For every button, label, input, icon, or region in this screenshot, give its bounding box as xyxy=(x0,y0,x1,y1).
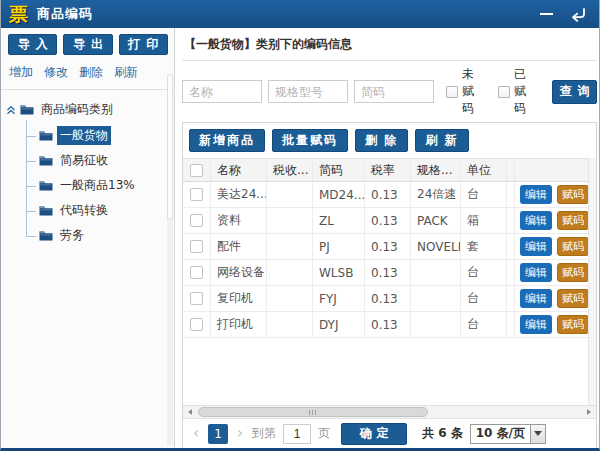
chevron-down-icon[interactable] xyxy=(530,425,545,443)
row-checkbox[interactable] xyxy=(190,318,203,331)
unassigned-checkbox[interactable] xyxy=(446,86,458,98)
tree-item-code-convert[interactable]: 代码转换 xyxy=(26,198,170,223)
assign-code-button[interactable]: 赋码 xyxy=(557,263,589,282)
next-page-icon[interactable]: › xyxy=(235,426,245,441)
app-logo-icon: 票 xyxy=(9,5,28,24)
tree-scrollbar[interactable] xyxy=(167,74,173,445)
edit-button[interactable]: 编辑 xyxy=(520,315,552,334)
tree-item-general-13[interactable]: 一般商品13% xyxy=(26,173,170,198)
tree-item-labor[interactable]: 劳务 xyxy=(26,223,170,248)
column-header: 简码 xyxy=(313,159,365,181)
export-button[interactable]: 导出 xyxy=(63,34,112,55)
total-count-label: 共 6 条 xyxy=(422,425,463,442)
link-refresh[interactable]: 刷新 xyxy=(114,64,138,81)
folder-icon xyxy=(39,130,53,141)
table-row[interactable]: 网络设备WLSB0.13台编辑赋码 xyxy=(183,260,596,286)
goto-page-input[interactable] xyxy=(283,424,311,444)
clipped-column-cell xyxy=(507,208,515,233)
spec-search-input[interactable] xyxy=(268,80,348,103)
horizontal-scrollbar-thumb[interactable] xyxy=(198,407,428,417)
table-row[interactable]: 资料ZL0.13PACK箱编辑赋码 xyxy=(183,208,596,234)
cell-name: 美达24... xyxy=(211,182,267,207)
edit-button[interactable]: 编辑 xyxy=(520,211,552,230)
cell-unit: 台 xyxy=(461,182,507,207)
tree-item-simple-levy[interactable]: 简易征收 xyxy=(26,148,170,173)
edit-button[interactable]: 编辑 xyxy=(520,289,552,308)
clipped-column-cell xyxy=(507,312,515,337)
batch-assign-button[interactable]: 批量赋码 xyxy=(272,129,348,152)
row-checkbox[interactable] xyxy=(190,188,203,201)
scroll-left-icon[interactable] xyxy=(183,406,196,418)
assigned-checkbox[interactable] xyxy=(498,86,510,98)
row-checkbox[interactable] xyxy=(190,214,203,227)
tree-action-links: 增加修改删除刷新 xyxy=(1,60,174,90)
tree-item-label: 一般货物 xyxy=(57,126,111,145)
edit-button[interactable]: 编辑 xyxy=(520,237,552,256)
clipped-column-cell xyxy=(507,182,515,207)
cell-code: FYJ xyxy=(313,286,365,311)
table-area: 名称税收...简码税率规格...单位 美达24...MD24...0.1324倍… xyxy=(183,158,596,405)
table-row[interactable]: 美达24...MD24...0.1324倍速台编辑赋码 xyxy=(183,182,596,208)
cell-unit: 箱 xyxy=(461,208,507,233)
assigned-label: 已赋码 xyxy=(514,66,538,117)
edit-button[interactable]: 编辑 xyxy=(520,185,552,204)
assign-code-button[interactable]: 赋码 xyxy=(557,185,589,204)
cell-code: MD24... xyxy=(313,182,365,207)
link-modify[interactable]: 修改 xyxy=(44,64,68,81)
row-checkbox[interactable] xyxy=(190,240,203,253)
code-search-input[interactable] xyxy=(354,80,434,103)
prev-page-icon[interactable]: ‹ xyxy=(191,426,201,441)
page-unit-label: 页 xyxy=(318,425,330,442)
table-row[interactable]: 配件PJ0.13NOVELL套编辑赋码 xyxy=(183,234,596,260)
tree-item-label: 劳务 xyxy=(57,226,87,245)
cell-unit: 台 xyxy=(461,312,507,337)
query-button[interactable]: 查询 xyxy=(552,80,597,104)
pagination-bar: ‹ 1 › 到第 页 确定 共 6 条 10 条/页 xyxy=(183,418,596,448)
assigned-filter[interactable]: 已赋码 xyxy=(498,66,538,117)
print-button[interactable]: 打印 xyxy=(119,34,168,55)
cell-unit: 套 xyxy=(461,234,507,259)
actions-column-header xyxy=(515,159,596,181)
tree-scrollbar-thumb[interactable] xyxy=(167,74,173,220)
minimize-icon[interactable] xyxy=(540,13,553,15)
assign-code-button[interactable]: 赋码 xyxy=(557,237,589,256)
assign-code-button[interactable]: 赋码 xyxy=(557,315,589,334)
add-product-button[interactable]: 新增商品 xyxy=(189,129,265,152)
table-row[interactable]: 复印机FYJ0.13台编辑赋码 xyxy=(183,286,596,312)
clipped-column-header xyxy=(507,159,515,181)
cell-spec xyxy=(411,286,461,311)
main-area: 导入导出打印 增加修改删除刷新 商品编码类别 一般货物简易征收一般商品13%代码… xyxy=(1,28,599,448)
link-delete[interactable]: 删除 xyxy=(79,64,103,81)
delete-button[interactable]: 删 除 xyxy=(355,129,408,152)
select-all-checkbox[interactable] xyxy=(190,164,203,177)
column-header: 名称 xyxy=(211,159,267,181)
search-row: 未赋码 已赋码 查询 xyxy=(182,61,597,122)
row-checkbox[interactable] xyxy=(190,292,203,305)
window-title: 商品编码 xyxy=(37,5,93,23)
page-size-select[interactable]: 10 条/页 xyxy=(470,424,546,444)
link-add[interactable]: 增加 xyxy=(9,64,33,81)
assign-code-button[interactable]: 赋码 xyxy=(557,289,589,308)
collapse-icon[interactable] xyxy=(6,105,16,115)
column-header: 单位 xyxy=(461,159,507,181)
row-checkbox[interactable] xyxy=(190,266,203,279)
current-page-button[interactable]: 1 xyxy=(208,424,228,444)
clipped-column-cell xyxy=(507,286,515,311)
cell-rate: 0.13 xyxy=(365,286,411,311)
import-button[interactable]: 导入 xyxy=(8,34,57,55)
confirm-page-button[interactable]: 确定 xyxy=(341,423,407,445)
table-vertical-scrollbar[interactable] xyxy=(588,158,596,405)
page-size-value: 10 条/页 xyxy=(471,425,530,442)
table-row[interactable]: 打印机DYJ0.13台编辑赋码 xyxy=(183,312,596,338)
tree-root-node[interactable]: 商品编码类别 xyxy=(6,98,170,121)
edit-button[interactable]: 编辑 xyxy=(520,263,552,282)
name-search-input[interactable] xyxy=(182,80,262,103)
unassigned-filter[interactable]: 未赋码 xyxy=(446,66,486,117)
scroll-right-icon[interactable] xyxy=(583,406,596,418)
refresh-button[interactable]: 刷 新 xyxy=(415,129,468,152)
back-icon[interactable] xyxy=(568,6,587,23)
assign-code-button[interactable]: 赋码 xyxy=(557,211,589,230)
tree-item-general-goods[interactable]: 一般货物 xyxy=(26,123,170,148)
table-horizontal-scrollbar[interactable] xyxy=(183,405,596,418)
row-checkbox-cell xyxy=(183,182,211,207)
